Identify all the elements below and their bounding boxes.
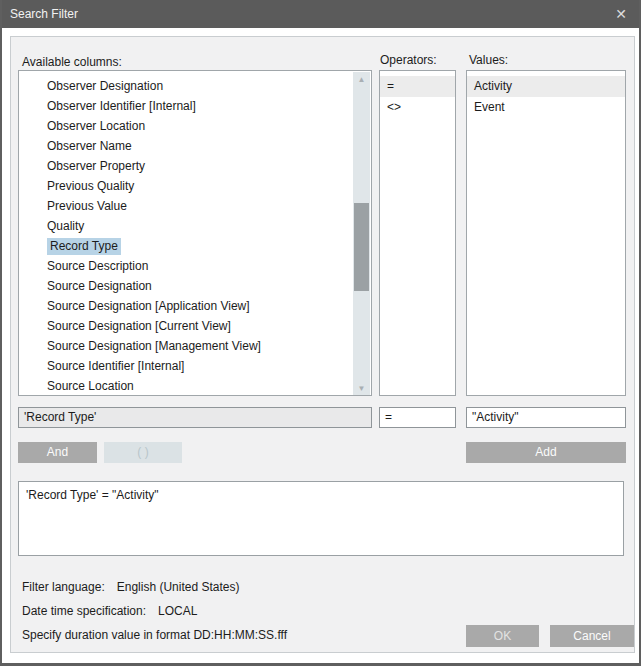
filter-language-label: Filter language: — [22, 580, 105, 594]
value-field[interactable]: "Activity" — [466, 407, 626, 428]
duration-note: Specify duration value in format DD:HH:M… — [22, 628, 287, 642]
and-button[interactable]: And — [18, 442, 97, 463]
list-item[interactable]: Observer Identifier [Internal] — [19, 96, 371, 116]
list-item[interactable]: Source Location — [19, 376, 371, 396]
list-item-label: Observer Identifier [Internal] — [47, 99, 196, 113]
values-list[interactable]: ActivityEvent — [466, 70, 626, 396]
scroll-up-icon[interactable]: ▲ — [353, 72, 370, 87]
list-item-label: Previous Quality — [47, 179, 134, 193]
scrollbar-thumb[interactable] — [354, 203, 369, 291]
list-item-label: Source Designation — [47, 279, 152, 293]
list-item-label: Activity — [474, 79, 512, 93]
available-columns-label: Available columns: — [22, 55, 122, 69]
list-item[interactable]: Observer Designation — [19, 76, 371, 96]
list-item[interactable]: Quality — [19, 216, 371, 236]
filter-expression-box[interactable]: 'Record Type' = "Activity" — [18, 481, 624, 556]
list-item-label: Observer Location — [47, 119, 145, 133]
list-item-label: Source Designation [Current View] — [47, 319, 231, 333]
cancel-button[interactable]: Cancel — [550, 625, 634, 647]
list-item-label: Observer Designation — [47, 79, 163, 93]
list-item-label: Previous Value — [47, 199, 127, 213]
column-field[interactable]: 'Record Type' — [18, 407, 372, 428]
list-item[interactable]: Source Designation [Management View] — [19, 336, 371, 356]
list-item-label: Source Designation [Application View] — [47, 299, 250, 313]
operators-label: Operators: — [380, 53, 437, 67]
title-bar: Search Filter ✕ — [0, 0, 641, 28]
available-columns-list[interactable]: ▲ ▼ Observer DesignationObserver Identif… — [18, 70, 372, 396]
list-item-label: = — [387, 79, 394, 93]
operators-list[interactable]: =<> — [379, 70, 456, 396]
list-item[interactable]: Previous Value — [19, 196, 371, 216]
add-button[interactable]: Add — [466, 442, 626, 463]
list-item-label: Source Designation [Management View] — [47, 339, 261, 353]
list-item-label: Source Description — [47, 259, 148, 273]
list-item-label: Quality — [47, 219, 84, 233]
list-item[interactable]: Activity — [467, 76, 625, 97]
list-item[interactable]: Previous Quality — [19, 176, 371, 196]
list-item[interactable]: Observer Location — [19, 116, 371, 136]
filter-language-line: Filter language:English (United States) — [22, 580, 239, 594]
datetime-spec-line: Date time specification:LOCAL — [22, 604, 197, 618]
list-item[interactable]: Source Designation — [19, 276, 371, 296]
list-item[interactable]: Source Identifier [Internal] — [19, 356, 371, 376]
operator-field[interactable]: = — [379, 407, 456, 428]
list-item[interactable]: Observer Property — [19, 156, 371, 176]
close-icon[interactable]: ✕ — [611, 5, 631, 23]
list-item-label: Record Type — [47, 238, 121, 255]
list-item[interactable]: = — [380, 76, 455, 97]
list-item[interactable]: Source Description — [19, 256, 371, 276]
parentheses-button[interactable]: ( ) — [104, 442, 182, 463]
list-item-label: <> — [387, 100, 401, 114]
search-filter-dialog: Search Filter ✕ Available columns: Opera… — [0, 0, 641, 666]
list-item[interactable]: Event — [467, 97, 625, 118]
list-item-label: Source Location — [47, 379, 134, 393]
list-item[interactable]: Record Type — [19, 236, 371, 256]
list-item-label: Observer Name — [47, 139, 132, 153]
list-item-label: Event — [474, 100, 505, 114]
list-item-label: Source Identifier [Internal] — [47, 359, 184, 373]
datetime-spec-value: LOCAL — [158, 604, 197, 618]
list-item-label: Observer Property — [47, 159, 145, 173]
scrollbar[interactable]: ▲ ▼ — [353, 72, 370, 396]
ok-button[interactable]: OK — [466, 625, 539, 647]
list-item[interactable]: <> — [380, 97, 455, 118]
values-label: Values: — [469, 53, 508, 67]
list-item[interactable]: Source Designation [Application View] — [19, 296, 371, 316]
filter-language-value: English (United States) — [117, 580, 240, 594]
datetime-spec-label: Date time specification: — [22, 604, 146, 618]
list-item[interactable]: Observer Name — [19, 136, 371, 156]
scroll-down-icon[interactable]: ▼ — [353, 381, 370, 396]
list-item[interactable]: Source Designation [Current View] — [19, 316, 371, 336]
dialog-title: Search Filter — [10, 7, 78, 21]
